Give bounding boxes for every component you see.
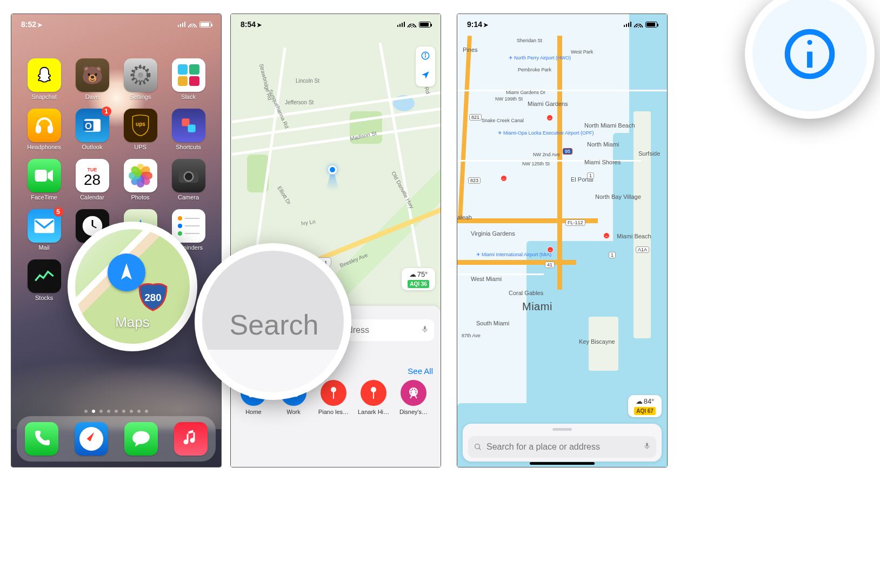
map-land <box>634 111 651 338</box>
city-label: Coral Gables <box>509 290 543 296</box>
page-indicator[interactable] <box>11 410 221 413</box>
svg-rect-10 <box>35 170 46 182</box>
weather-chip[interactable]: ☁75° AQI 36 <box>402 268 435 290</box>
svg-text:ups: ups <box>136 121 145 127</box>
app-facetime[interactable]: FaceTime <box>20 159 68 201</box>
route-shield: 821 <box>469 114 482 121</box>
page-dot[interactable] <box>137 410 141 413</box>
page-dot[interactable] <box>145 410 148 413</box>
page-dot[interactable] <box>84 410 88 413</box>
app-calendar[interactable]: TUE28Calendar <box>68 159 116 201</box>
route-shield: A1A <box>636 246 649 253</box>
see-all-button[interactable]: See All <box>408 366 433 376</box>
app-mail[interactable]: 5Mail <box>20 209 68 251</box>
city-label: North Miami <box>587 141 619 148</box>
app-slack[interactable]: Slack <box>164 58 212 100</box>
street-label: Sheridan St <box>517 38 542 43</box>
status-icons <box>397 21 431 28</box>
airport-label[interactable]: ✈Miami-Opa Locka Executive Airport (OPF) <box>498 130 594 136</box>
dock-phone[interactable] <box>25 422 58 456</box>
page-dot[interactable] <box>115 410 118 413</box>
stocks-icon[interactable] <box>28 259 61 293</box>
road-closure-icon[interactable]: – <box>501 175 507 182</box>
favorite-label: Home <box>245 409 261 415</box>
battery-icon <box>199 22 211 28</box>
airport-label[interactable]: ✈Miami International Airport (MIA) <box>476 252 551 257</box>
page-dot[interactable] <box>99 410 103 413</box>
status-time: 8:54➤ <box>241 20 262 29</box>
page-dot[interactable] <box>92 410 95 413</box>
home-indicator[interactable] <box>530 462 595 465</box>
outlook-icon[interactable]: O1 <box>76 109 109 142</box>
facetime-icon[interactable] <box>28 159 61 192</box>
search-placeholder-text: Search <box>230 309 319 341</box>
app-label: UPS <box>134 144 146 150</box>
favorite-label: Work <box>286 409 300 415</box>
calendar-icon[interactable]: TUE28 <box>76 159 109 192</box>
airport-label[interactable]: ✈North Perry Airport (HWO) <box>509 55 571 61</box>
weather-chip[interactable]: ☁84° AQI 67 <box>628 395 662 417</box>
ups-icon[interactable]: ups <box>124 109 157 142</box>
svg-point-43 <box>807 40 812 45</box>
street-label: Lincoln St <box>296 78 319 84</box>
locate-button[interactable] <box>421 70 430 82</box>
app-settings[interactable]: Settings <box>116 58 164 100</box>
search-input[interactable] <box>486 442 639 452</box>
dock-safari[interactable] <box>75 422 108 456</box>
app-outlook[interactable]: O1Outlook <box>68 109 116 150</box>
app-snapchat[interactable]: Snapchat <box>20 58 68 100</box>
svg-rect-2 <box>36 126 39 132</box>
slack-icon[interactable] <box>172 58 205 92</box>
settings-icon[interactable] <box>124 58 157 92</box>
info-button[interactable] <box>421 51 430 63</box>
dock-messages[interactable] <box>124 422 158 456</box>
app-stocks[interactable]: Stocks <box>20 259 68 301</box>
page-dot[interactable] <box>130 410 133 413</box>
app-ups[interactable]: upsUPS <box>116 109 164 150</box>
dave-icon[interactable]: 🐻 <box>76 58 109 92</box>
favorite-disneys[interactable]: Disney's… <box>397 380 430 415</box>
photos-icon[interactable] <box>124 159 157 192</box>
road-closure-icon[interactable]: – <box>547 246 554 253</box>
route-shield: 823 <box>468 177 481 184</box>
ferris-icon <box>401 380 426 406</box>
app-camera[interactable]: Camera <box>164 159 212 201</box>
page-dot[interactable] <box>107 410 110 413</box>
dock-music[interactable] <box>174 422 208 456</box>
page-dot[interactable] <box>122 410 125 413</box>
microphone-icon[interactable] <box>421 324 429 336</box>
svg-point-27 <box>331 387 336 392</box>
app-photos[interactable]: Photos <box>116 159 164 201</box>
search-sheet-collapsed[interactable] <box>463 424 662 462</box>
sheet-grabber[interactable] <box>552 428 572 431</box>
maps-label: Maps <box>75 314 190 331</box>
map-road <box>232 124 441 156</box>
svg-rect-14 <box>34 219 54 233</box>
route-shield: FL-112 <box>565 219 585 226</box>
search-bar[interactable] <box>468 436 656 458</box>
headphones-icon[interactable] <box>28 109 61 142</box>
app-label: Snapchat <box>31 93 56 100</box>
camera-icon[interactable] <box>172 159 205 192</box>
reminders-icon[interactable] <box>172 209 205 243</box>
app-headphones[interactable]: Headphones <box>20 109 68 150</box>
route-shield: 1 <box>587 172 594 179</box>
favorite-lanarkhi[interactable]: Lanark Hi… <box>357 380 390 415</box>
mail-icon[interactable]: 5 <box>28 209 61 243</box>
wifi-icon <box>408 21 416 28</box>
street-label: NW 125th St <box>522 161 550 166</box>
callout-maps-icon: 280 Maps <box>68 222 197 351</box>
road-closure-icon[interactable]: – <box>546 115 553 121</box>
shortcuts-icon[interactable] <box>172 109 205 142</box>
street-label: Ivy Ln <box>301 218 316 226</box>
favorite-label: Lanark Hi… <box>358 409 389 415</box>
microphone-icon[interactable] <box>643 441 651 453</box>
street-label: Jefferson St <box>285 99 314 105</box>
snapchat-icon[interactable] <box>28 58 61 92</box>
road-closure-icon[interactable]: – <box>603 232 610 239</box>
favorite-pianoles[interactable]: Piano les… <box>317 380 350 415</box>
app-shortcuts[interactable]: Shortcuts <box>164 109 212 150</box>
app-label: Slack <box>181 93 196 100</box>
badge: 1 <box>102 106 111 116</box>
app-dave[interactable]: 🐻Dave <box>68 58 116 100</box>
